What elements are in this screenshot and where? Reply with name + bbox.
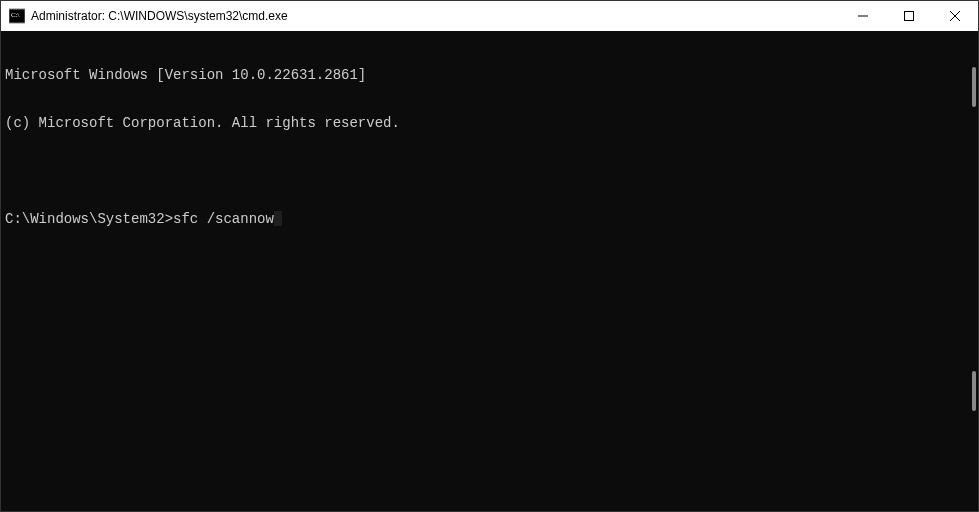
scrollbar-thumb[interactable] [972,67,976,107]
titlebar[interactable]: C:\ Administrator: C:\WINDOWS\system32\c… [1,1,978,31]
terminal-output-line: (c) Microsoft Corporation. All rights re… [5,115,978,131]
terminal-prompt: C:\Windows\System32> [5,211,173,227]
window-controls [840,1,978,31]
terminal-output-line: Microsoft Windows [Version 10.0.22631.28… [5,67,978,83]
svg-rect-3 [905,12,914,21]
terminal-prompt-line: C:\Windows\System32>sfc /scannow [5,211,978,227]
cmd-window: C:\ Administrator: C:\WINDOWS\system32\c… [0,0,979,512]
svg-text:C:\: C:\ [11,11,20,19]
terminal-scrollbar[interactable] [970,31,976,511]
minimize-button[interactable] [840,1,886,31]
terminal-blank-line [5,163,978,179]
terminal-cursor [274,211,282,226]
cmd-icon: C:\ [9,8,25,24]
terminal-command-input[interactable]: sfc /scannow [173,211,274,227]
window-title: Administrator: C:\WINDOWS\system32\cmd.e… [31,9,840,23]
close-button[interactable] [932,1,978,31]
terminal-area[interactable]: Microsoft Windows [Version 10.0.22631.28… [1,31,978,511]
scrollbar-thumb[interactable] [972,371,976,411]
maximize-button[interactable] [886,1,932,31]
